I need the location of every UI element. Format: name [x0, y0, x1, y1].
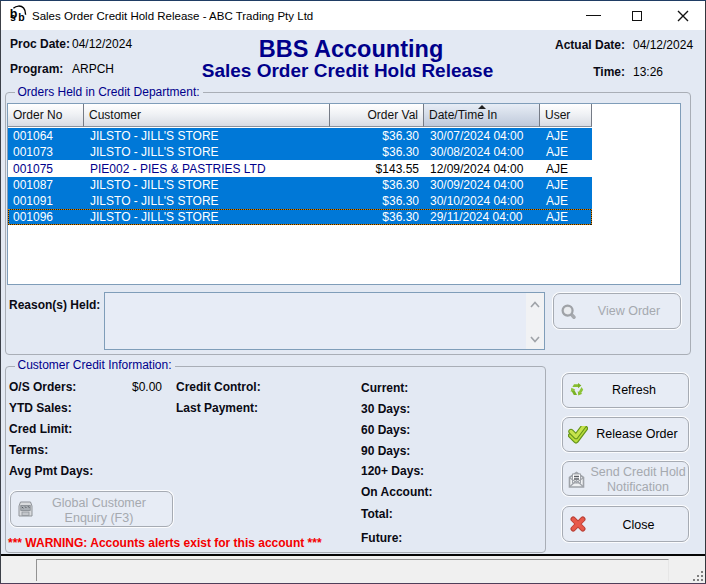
svg-text:s: s	[10, 12, 16, 23]
svg-text:b: b	[18, 11, 24, 23]
